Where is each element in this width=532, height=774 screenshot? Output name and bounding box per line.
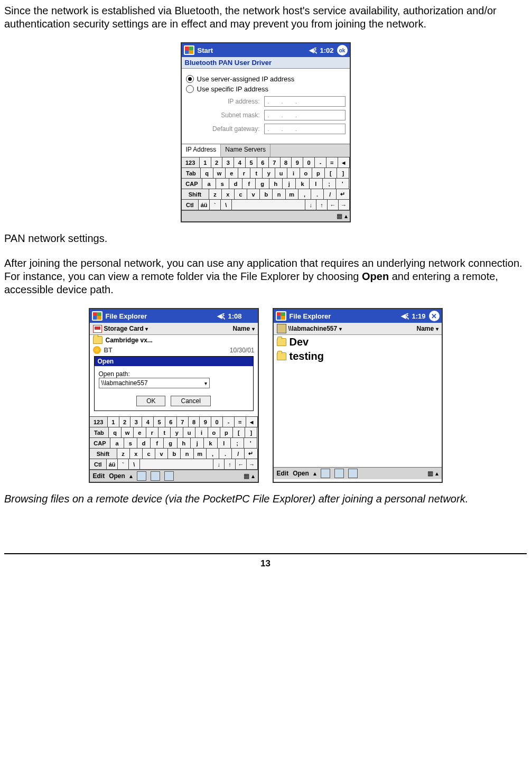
key[interactable]: y xyxy=(263,168,275,179)
tab-name-servers[interactable]: Name Servers xyxy=(221,144,270,157)
on-screen-keyboard[interactable]: 1231234567890-=◄ Tabqwertyuiop[] CAPasdf… xyxy=(182,157,350,210)
key[interactable]: 1 xyxy=(108,417,119,427)
up-arrow-icon[interactable]: ▴ xyxy=(313,470,316,477)
key[interactable]: i xyxy=(287,168,300,179)
key[interactable]: CAP xyxy=(182,179,203,189)
key[interactable]: h xyxy=(178,438,191,449)
key[interactable]: → xyxy=(339,200,350,210)
keyboard-toggle-icon[interactable]: ▦ xyxy=(337,212,342,220)
key[interactable]: f xyxy=(151,438,164,449)
key[interactable]: ' xyxy=(336,179,349,189)
key[interactable]: ; xyxy=(231,438,244,449)
key[interactable]: o xyxy=(208,427,220,438)
up-arrow-icon[interactable]: ▴ xyxy=(129,472,133,480)
key[interactable]: z xyxy=(117,449,130,459)
key[interactable]: d xyxy=(137,438,151,449)
key[interactable]: n xyxy=(273,189,285,200)
key[interactable]: q xyxy=(201,168,213,179)
key[interactable]: l xyxy=(218,438,231,449)
key[interactable]: y xyxy=(171,427,183,438)
toolbar-icon[interactable] xyxy=(321,469,330,478)
key[interactable]: t xyxy=(250,168,263,179)
key[interactable]: r xyxy=(146,427,158,438)
key[interactable]: p xyxy=(312,168,324,179)
key[interactable]: áü xyxy=(199,200,210,210)
key[interactable]: ↓ xyxy=(213,459,225,470)
key[interactable]: = xyxy=(326,157,338,168)
key[interactable]: w xyxy=(122,427,134,438)
key[interactable]: l xyxy=(310,179,323,189)
key[interactable]: z xyxy=(209,189,222,200)
key[interactable]: 123 xyxy=(182,157,200,168)
radio-server-ip[interactable]: Use server-assigned IP address xyxy=(186,75,346,83)
key[interactable]: ] xyxy=(337,168,349,179)
key[interactable]: e xyxy=(226,168,238,179)
ip-address-input[interactable]: . . . xyxy=(264,96,346,107)
up-arrow-icon[interactable]: ▴ xyxy=(435,470,438,477)
ok-button[interactable]: ok xyxy=(337,45,348,55)
edit-menu[interactable]: Edit xyxy=(93,472,105,480)
key[interactable]: 9 xyxy=(292,157,303,168)
key[interactable]: r xyxy=(238,168,250,179)
keyboard-toggle-icon[interactable]: ▦ xyxy=(244,472,249,480)
key[interactable]: b xyxy=(168,449,181,459)
key[interactable]: Tab xyxy=(182,168,201,179)
up-arrow-icon[interactable]: ▴ xyxy=(251,472,255,480)
key[interactable]: u xyxy=(275,168,287,179)
sort-dropdown[interactable]: Name ▾ xyxy=(232,325,254,332)
key[interactable]: CAP xyxy=(90,438,111,449)
key[interactable]: ] xyxy=(245,427,257,438)
key[interactable]: 7 xyxy=(269,157,281,168)
key[interactable]: o xyxy=(300,168,312,179)
key[interactable]: → xyxy=(247,459,258,470)
key[interactable]: 3 xyxy=(130,417,142,427)
key[interactable]: - xyxy=(315,157,326,168)
key[interactable]: f xyxy=(242,179,256,189)
key[interactable]: x xyxy=(222,189,235,200)
key[interactable]: 4 xyxy=(142,417,154,427)
cancel-button[interactable]: Cancel xyxy=(171,396,210,406)
key[interactable]: c xyxy=(235,189,247,200)
gateway-input[interactable]: . . . xyxy=(264,124,346,134)
key[interactable]: a xyxy=(110,438,124,449)
key[interactable]: 9 xyxy=(200,417,211,427)
open-menu[interactable]: Open xyxy=(293,470,309,477)
key[interactable]: t xyxy=(158,427,171,438)
key[interactable]: g xyxy=(256,179,269,189)
key[interactable]: \ xyxy=(129,459,140,470)
ok-button[interactable]: OK xyxy=(136,396,165,406)
key[interactable]: 2 xyxy=(211,157,223,168)
key[interactable]: ↑ xyxy=(316,200,328,210)
key[interactable]: q xyxy=(109,427,121,438)
key[interactable]: b xyxy=(260,189,273,200)
key[interactable]: x xyxy=(130,449,143,459)
list-item[interactable]: testing xyxy=(274,349,442,363)
key[interactable]: 6 xyxy=(257,157,269,168)
key[interactable]: / xyxy=(232,449,245,459)
open-menu[interactable]: Open xyxy=(109,472,125,480)
toolbar-icon[interactable] xyxy=(164,471,174,481)
toolbar-icon[interactable] xyxy=(137,471,146,481)
list-item[interactable]: BT 10/30/01 xyxy=(90,345,258,355)
key[interactable]: e xyxy=(134,427,146,438)
key[interactable]: j xyxy=(283,179,296,189)
key[interactable]: 6 xyxy=(165,417,177,427)
key[interactable]: g xyxy=(164,438,177,449)
key[interactable] xyxy=(140,459,214,470)
key[interactable] xyxy=(232,200,306,210)
toolbar-icon[interactable] xyxy=(334,469,344,478)
key[interactable]: j xyxy=(191,438,204,449)
key[interactable]: k xyxy=(204,438,217,449)
key[interactable]: Tab xyxy=(90,427,109,438)
subnet-input[interactable]: . . . xyxy=(264,110,346,120)
key[interactable]: ↑ xyxy=(225,459,236,470)
key[interactable]: v xyxy=(155,449,168,459)
key[interactable]: p xyxy=(220,427,232,438)
key[interactable]: 1 xyxy=(200,157,211,168)
toolbar-icon[interactable] xyxy=(151,471,160,481)
key[interactable]: Shift xyxy=(182,189,209,200)
close-button[interactable]: ✕ xyxy=(429,311,440,321)
list-item[interactable]: Dev xyxy=(274,335,442,349)
radio-specific-ip[interactable]: Use specific IP address xyxy=(186,85,346,93)
key[interactable]: 0 xyxy=(303,157,315,168)
